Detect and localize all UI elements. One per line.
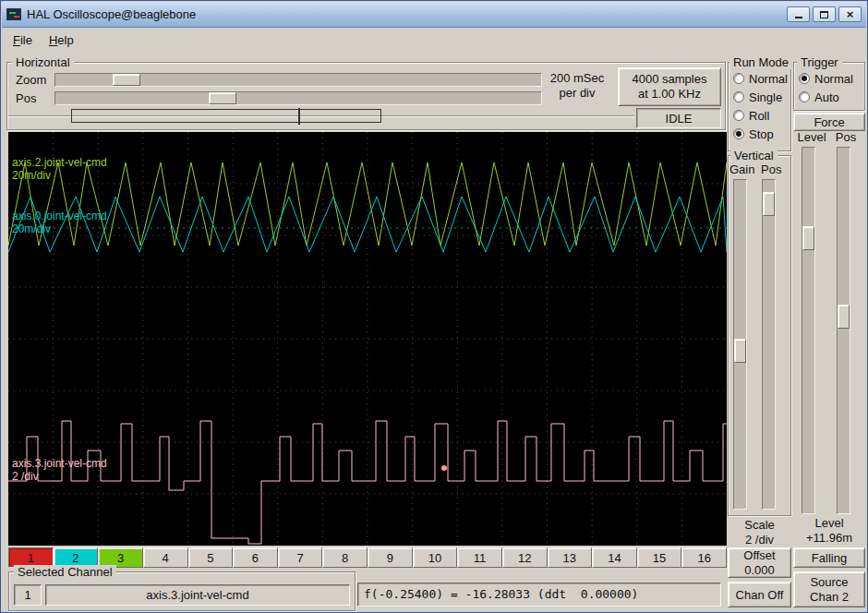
channel-button-12[interactable]: 12 xyxy=(502,547,548,568)
trigger-level-readout: Level +11.96m xyxy=(793,516,865,546)
gain-slider-handle[interactable] xyxy=(734,339,746,363)
run-mode-options: NormalSingleRollStop xyxy=(733,69,789,143)
run-mode-radio-roll[interactable]: Roll xyxy=(733,106,789,125)
app-icon xyxy=(6,8,21,20)
channel-row: 12345678910111213141516 xyxy=(8,547,727,568)
radio-icon xyxy=(733,110,744,121)
channel-button-6[interactable]: 6 xyxy=(233,547,278,568)
radio-icon xyxy=(733,73,744,84)
run-mode-frame-label: Run Mode xyxy=(729,55,792,69)
force-trigger-button[interactable]: Force xyxy=(793,113,865,131)
vpos-label: Pos xyxy=(761,162,781,176)
trigger-pos-handle[interactable] xyxy=(838,305,850,329)
channel-button-8[interactable]: 8 xyxy=(322,547,368,568)
chan-off-button[interactable]: Chan Off xyxy=(728,582,791,607)
radio-label: Normal xyxy=(749,72,788,86)
radio-label: Stop xyxy=(749,127,774,141)
zoom-label: Zoom xyxy=(16,73,46,87)
close-icon: × xyxy=(847,8,854,20)
hpos-slider[interactable] xyxy=(54,91,542,105)
radio-label: Auto xyxy=(814,90,839,104)
radio-icon xyxy=(733,128,744,139)
record-position-indicator[interactable] xyxy=(8,108,634,125)
channel-button-14[interactable]: 14 xyxy=(592,547,637,568)
menu-file[interactable]: File xyxy=(5,30,41,51)
vertical-frame-label: Vertical xyxy=(730,149,778,162)
run-mode-radio-stop[interactable]: Stop xyxy=(733,125,789,143)
vpos-slider[interactable] xyxy=(762,179,776,510)
status-box: IDLE xyxy=(636,108,721,128)
record-view-range[interactable] xyxy=(71,109,381,123)
menu-help[interactable]: Help xyxy=(41,30,82,51)
radio-icon xyxy=(799,91,810,102)
window-title: HAL Oscilloscope@beaglebone xyxy=(27,7,196,21)
run-mode-radio-normal[interactable]: Normal xyxy=(733,69,789,88)
status-text: IDLE xyxy=(666,112,693,126)
offset-button[interactable]: Offset 0.000 xyxy=(728,547,791,578)
channel-button-10[interactable]: 10 xyxy=(413,547,458,568)
hpos-slider-handle[interactable] xyxy=(209,92,236,104)
record-length-button[interactable]: 4000 samples at 1.00 KHz xyxy=(618,67,721,106)
channel-button-9[interactable]: 9 xyxy=(368,547,413,568)
channel-button-4[interactable]: 4 xyxy=(143,547,188,568)
trigger-pos-label: Pos xyxy=(830,130,862,144)
channel-button-5[interactable]: 5 xyxy=(188,547,234,568)
radio-label: Roll xyxy=(749,109,769,123)
selected-channel-name[interactable]: axis.3.joint-vel-cmd xyxy=(45,584,350,606)
trigger-level-handle[interactable] xyxy=(802,226,814,250)
scope-canvas xyxy=(8,132,727,546)
app-window: HAL Oscilloscope@beaglebone × FileHelp H… xyxy=(0,0,868,613)
wave-label-axis.0.joint-vel-cmd: axis.0.joint-vel-cmd20m/div xyxy=(12,210,107,235)
value-readout: f(-0.25400) = -16.28033 (ddt 0.00000) xyxy=(357,583,721,607)
trigger-level-label: Level xyxy=(791,130,832,144)
selected-channel-frame-label: Selected Channel xyxy=(14,565,116,579)
wave-label-axis.3.joint-vel-cmd: axis.3.joint-vel-cmd2 /div xyxy=(12,457,107,483)
maximize-button[interactable] xyxy=(813,6,836,22)
selected-channel-number: 1 xyxy=(14,584,42,606)
trigger-source-button[interactable]: Source Chan 2 xyxy=(793,571,865,607)
channel-button-7[interactable]: 7 xyxy=(278,547,323,568)
channel-button-13[interactable]: 13 xyxy=(548,547,593,568)
channel-button-11[interactable]: 11 xyxy=(457,547,502,568)
scale-readout: Scale 2 /div xyxy=(728,518,791,547)
sample-rate-text: 200 mSec per div xyxy=(540,71,614,101)
gain-label: Gain xyxy=(729,162,754,176)
radio-icon xyxy=(733,91,744,102)
channel-button-15[interactable]: 15 xyxy=(637,547,682,568)
trigger-position-tick[interactable] xyxy=(298,108,300,125)
trigger-pos-slider[interactable] xyxy=(837,147,850,514)
horizontal-frame-label: Horizontal xyxy=(12,55,74,69)
hpos-label: Pos xyxy=(16,91,36,105)
trigger-edge-button[interactable]: Falling xyxy=(793,547,865,568)
gain-slider[interactable] xyxy=(733,179,747,510)
trigger-level-slider[interactable] xyxy=(802,147,815,514)
trigger-radio-auto[interactable]: Auto xyxy=(799,88,863,106)
trigger-options: NormalAuto xyxy=(799,69,863,106)
trigger-frame-label: Trigger xyxy=(797,55,842,69)
run-mode-radio-single[interactable]: Single xyxy=(733,88,789,106)
menubar: FileHelp xyxy=(2,28,866,52)
vpos-slider-handle[interactable] xyxy=(763,192,775,216)
close-button[interactable]: × xyxy=(838,6,862,22)
zoom-slider[interactable] xyxy=(54,73,542,87)
scope-display[interactable]: axis.2.joint-vel-cmd20m/divaxis.0.joint-… xyxy=(8,132,727,546)
radio-label: Single xyxy=(749,90,782,104)
maximize-icon xyxy=(820,11,828,18)
radio-icon xyxy=(799,73,810,84)
wave-label-axis.2.joint-vel-cmd: axis.2.joint-vel-cmd20m/div xyxy=(12,156,107,182)
titlebar[interactable]: HAL Oscilloscope@beaglebone × xyxy=(2,2,866,28)
minimize-icon xyxy=(795,11,802,18)
zoom-slider-handle[interactable] xyxy=(113,74,140,86)
trigger-radio-normal[interactable]: Normal xyxy=(799,69,863,88)
radio-label: Normal xyxy=(814,72,853,86)
minimize-button[interactable] xyxy=(787,6,810,22)
channel-button-16[interactable]: 16 xyxy=(681,547,727,568)
